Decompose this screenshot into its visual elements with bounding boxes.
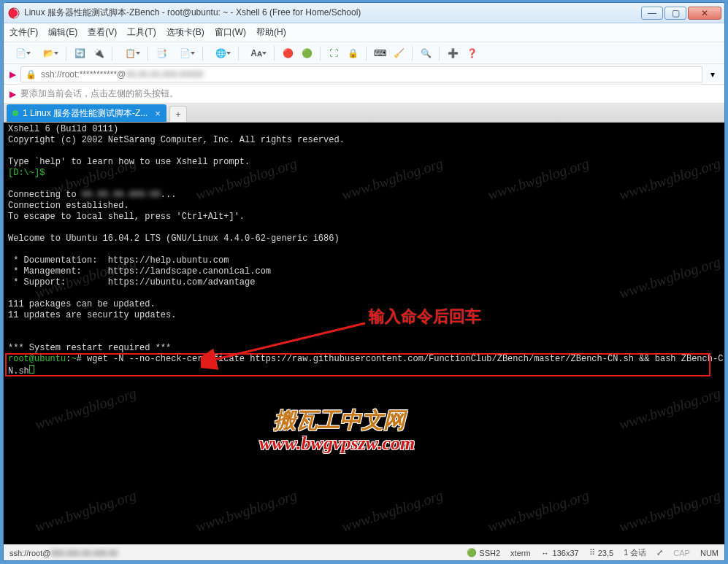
lock-scroll-button[interactable]: 🔒: [345, 45, 361, 61]
watermark-diag: www.bwgblog.org: [34, 490, 137, 533]
tab-close-button[interactable]: ×: [155, 108, 161, 119]
copy-button[interactable]: 📑: [153, 45, 169, 61]
help-icon: ❓: [467, 48, 478, 58]
menu-tools[interactable]: 工具(T): [127, 26, 156, 39]
menu-edit[interactable]: 编辑(E): [48, 26, 77, 39]
encoding-button[interactable]: 🌐: [208, 45, 233, 61]
terminal-command-line: root@ubuntu:~# wget -N --no-check-certif…: [8, 354, 723, 364]
open-button[interactable]: 📂: [36, 45, 61, 61]
keypad-button[interactable]: ⌨: [372, 45, 388, 61]
lock-icon: 🔒: [26, 69, 37, 80]
xagent-icon: 🔴: [283, 48, 294, 58]
xagent-button[interactable]: 🔴: [280, 45, 296, 61]
add-button[interactable]: ➕: [445, 45, 461, 61]
open-icon: 📂: [43, 48, 54, 58]
reconnect-icon: 🔄: [74, 48, 85, 58]
window-title: Linux 服务器性能测试脚本-ZBench - root@ubuntu: ~ …: [24, 7, 640, 19]
new-session-icon: 📄: [15, 48, 26, 58]
separator: [366, 46, 367, 61]
separator: [238, 46, 239, 61]
titlebar[interactable]: Linux 服务器性能测试脚本-ZBench - root@ubuntu: ~ …: [4, 3, 724, 23]
terminal-line: * Support: https://ubuntu.com/advantage: [8, 277, 255, 287]
add-tab-button[interactable]: +: [169, 106, 187, 122]
menu-view[interactable]: 查看(V): [88, 26, 117, 39]
status-pos: ⠿ 23,5: [589, 548, 613, 557]
watermark-diag: www.bwgblog.org: [618, 256, 721, 299]
svg-point-0: [9, 8, 19, 18]
xmanager-button[interactable]: 🟢: [299, 45, 315, 61]
status-term: xterm: [510, 549, 531, 557]
separator: [202, 46, 203, 61]
menu-option-tab[interactable]: 选项卡(B): [166, 26, 204, 39]
watermark-diag: www.bwgblog.org: [486, 490, 590, 533]
notice-text: 要添加当前会话，点击左侧的箭头按钮。: [20, 88, 178, 100]
terminal-line: Connection established.: [8, 201, 129, 211]
watermark-diag: www.bwgblog.org: [194, 490, 298, 533]
terminal-line: * Documentation: https://help.ubuntu.com: [8, 255, 229, 266]
ssh-badge-icon: 🟢: [467, 549, 476, 557]
watermark-diag: www.bwgblog.org: [618, 490, 721, 533]
status-ssh: 🟢SSH2: [467, 549, 500, 557]
terminal-line: Copyright (c) 2002 NetSarang Computer, I…: [8, 135, 345, 145]
terminal-line: Xshell 6 (Build 0111): [8, 124, 118, 134]
app-icon: [8, 7, 20, 19]
menu-file[interactable]: 文件(F): [9, 26, 38, 39]
copy-icon: 📑: [156, 48, 167, 58]
address-dropdown[interactable]: ▾: [707, 69, 719, 80]
watermark-url: www.bwgvpszw.com: [259, 438, 415, 449]
globe-icon: 🌐: [215, 48, 226, 58]
keypad-icon: ⌨: [374, 48, 386, 58]
clear-button[interactable]: 🧹: [391, 45, 407, 61]
find-button[interactable]: 🔍: [418, 45, 434, 61]
separator: [147, 46, 148, 61]
terminal-line: To escape to local shell, press 'Ctrl+Al…: [8, 212, 245, 222]
close-button[interactable]: ✕: [688, 7, 721, 20]
bookmark-icon[interactable]: ▶: [9, 69, 16, 80]
disconnect-button[interactable]: 🔌: [91, 45, 107, 61]
maximize-button[interactable]: ▢: [664, 7, 686, 20]
minimize-button[interactable]: —: [641, 7, 663, 20]
find-icon: 🔍: [421, 48, 432, 58]
terminal-line: *** System restart required ***: [8, 343, 171, 353]
status-extra-icon[interactable]: ⤢: [656, 548, 663, 557]
menu-window[interactable]: 窗口(W): [215, 26, 246, 39]
reconnect-button[interactable]: 🔄: [72, 45, 88, 61]
terminal-line: Connecting to 00.00.00.000:00...: [8, 190, 176, 200]
terminal-command-line: N.sh: [8, 366, 34, 376]
watermark-diag: www.bwgblog.org: [486, 158, 590, 201]
status-cap: CAP: [673, 549, 690, 557]
plus-icon: ➕: [448, 48, 459, 58]
terminal-line: 111 packages can be updated.: [8, 299, 156, 309]
separator: [66, 46, 66, 61]
font-icon: Aᴀ: [250, 48, 262, 58]
terminal-line: * Management: https://landscape.canonica…: [8, 266, 271, 277]
status-size: ↔136x37: [541, 549, 579, 557]
status-sessions: 1 会话: [624, 547, 646, 558]
application-window: Linux 服务器性能测试脚本-ZBench - root@ubuntu: ~ …: [3, 2, 725, 561]
paste-button[interactable]: 📄: [172, 45, 197, 61]
toolbar: 📄 📂 🔄 🔌 📋 📑 📄 🌐 Aᴀ 🔴 🟢 ⛶ 🔒 ⌨ 🧹 🔍 ➕ ❓: [4, 42, 724, 64]
separator: [112, 46, 112, 61]
address-input[interactable]: 🔒 ssh://root:***********@00.00.00.000:00…: [20, 66, 702, 82]
fullscreen-icon: ⛶: [329, 48, 338, 58]
statusbar: ssh://root@000.000.00.000:00 🟢SSH2 xterm…: [4, 544, 724, 560]
session-tab-active[interactable]: 1 Linux 服务器性能测试脚本-Z... ×: [7, 104, 166, 122]
terminal-line: Welcome to Ubuntu 16.04.2 LTS (GNU/Linux…: [8, 233, 340, 244]
watermark-diag: www.bwgblog.org: [34, 387, 137, 430]
font-button[interactable]: Aᴀ: [244, 45, 269, 61]
help-button[interactable]: ❓: [464, 45, 480, 61]
watermark-diag: www.bwgblog.org: [340, 158, 444, 201]
fullscreen-button[interactable]: ⛶: [326, 45, 342, 61]
properties-button[interactable]: 📋: [118, 45, 142, 61]
new-session-button[interactable]: 📄: [8, 45, 33, 61]
status-dot-icon: [12, 110, 18, 116]
terminal-pane[interactable]: Xshell 6 (Build 0111) Copyright (c) 2002…: [4, 123, 724, 544]
properties-icon: 📋: [125, 48, 136, 58]
separator: [412, 46, 413, 61]
flag-icon: ▶: [9, 89, 16, 99]
clear-icon: 🧹: [394, 48, 405, 58]
separator: [439, 46, 440, 61]
menu-help[interactable]: 帮助(H): [256, 26, 286, 39]
terminal-line: Type `help' to learn how to use Xshell p…: [8, 157, 250, 167]
watermark-diag: www.bwgblog.org: [618, 158, 721, 201]
